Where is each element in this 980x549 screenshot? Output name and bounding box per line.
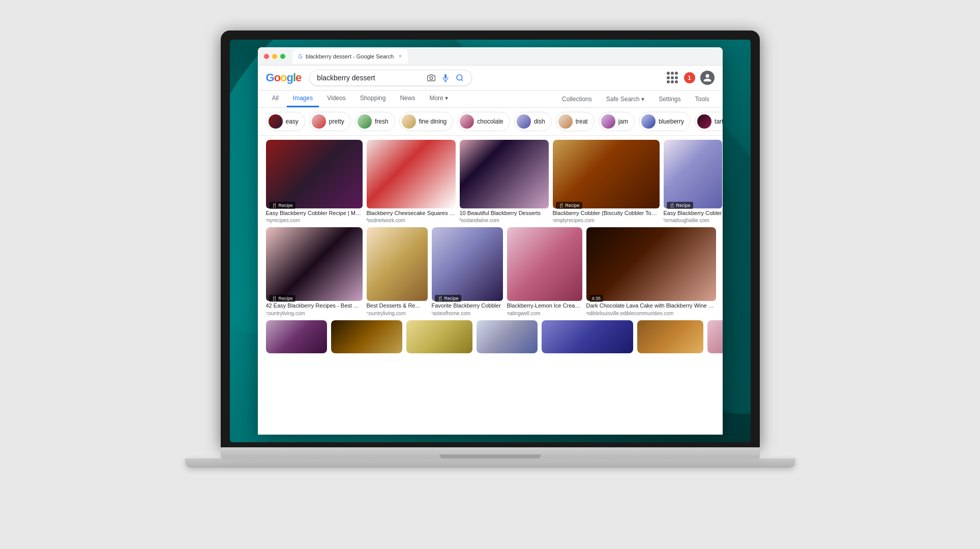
image-card-bottom-1[interactable] [266, 320, 327, 353]
settings-button[interactable]: Settings [654, 93, 686, 106]
image-card-bottom-6[interactable] [637, 320, 703, 353]
card-title: 10 Beautiful Blackberry Desserts [460, 208, 549, 218]
card-title: Easy Blackberry Cobbler Recipe | MyRecip… [266, 208, 363, 218]
chip-image-blueberry [641, 114, 656, 129]
image-card-biscuity[interactable]: 🍴Recipe Blackberry Cobbler (Biscuity Cob… [553, 140, 660, 223]
card-source: simplyrecipes.com [553, 218, 660, 223]
laptop-bottom [185, 459, 795, 468]
card-source: tornadoughallie.com [664, 218, 722, 223]
chip-image-treat [558, 114, 573, 129]
chip-image-easy [269, 114, 283, 129]
close-button[interactable] [264, 54, 269, 59]
recipe-badge: 🍴Recipe [269, 202, 295, 209]
card-title: Blackberry Cheesecake Squares Recipe [367, 208, 456, 218]
google-logo: Google [266, 71, 302, 84]
image-card-bottom-4[interactable] [477, 320, 538, 353]
laptop-base [221, 447, 760, 459]
recipe-badge: 🍴Recipe [667, 202, 693, 209]
search-input[interactable]: blackberry dessert [317, 74, 422, 82]
tab-all[interactable]: All [266, 90, 285, 107]
tab-more[interactable]: More ▾ [423, 90, 454, 107]
card-title: 42 Easy Blackberry Recipes - Best Desser… [266, 301, 363, 310]
camera-icon[interactable] [427, 73, 436, 82]
chip-label-easy: easy [286, 118, 299, 125]
filter-chip-jam[interactable]: jam [599, 112, 635, 131]
chip-label-jam: jam [618, 118, 628, 125]
image-card-bottom-5[interactable] [542, 320, 633, 353]
filter-chip-pretty[interactable]: pretty [309, 112, 351, 131]
svg-point-3 [457, 75, 462, 80]
image-card-cobler[interactable]: 🍴Recipe Easy Blackberry Cobler tornadoug… [664, 140, 722, 223]
tab-close-icon[interactable]: × [399, 53, 402, 59]
nav-tabs-bar: All Images Videos Shopping News More ▾ C… [258, 90, 723, 108]
filter-chip-easy[interactable]: easy [266, 112, 305, 131]
card-source: myrecipes.com [266, 218, 363, 223]
filter-chip-fresh[interactable]: fresh [355, 112, 395, 131]
image-row-1: 🍴Recipe Easy Blackberry Cobbler Recipe |… [266, 140, 715, 223]
chip-image-pretty [312, 114, 326, 129]
tab-shopping[interactable]: Shopping [354, 90, 392, 107]
recipe-badge: 🍴Recipe [435, 295, 461, 302]
image-card-bottom-7[interactable] [707, 320, 723, 353]
tools-button[interactable]: Tools [690, 93, 714, 106]
recipe-badge: 🍴Recipe [269, 295, 295, 302]
card-source: countryliving.com [367, 311, 428, 316]
filter-chip-treat[interactable]: treat [556, 112, 595, 131]
card-title: Blackberry Cobbler (Biscuity Cobbler Top… [553, 208, 660, 218]
tab-news[interactable]: News [394, 90, 421, 107]
chip-label-chocolate: chocolate [477, 118, 503, 125]
image-card-favorite-cobbler[interactable]: 🍴Recipe Favorite Blackberry Cobbler tast… [432, 227, 503, 316]
chip-label-tart: tart [715, 118, 722, 125]
image-card-bottom-3[interactable] [406, 320, 472, 353]
safe-search-button[interactable]: Safe Search ▾ [601, 93, 649, 106]
browser-tab[interactable]: G blackberry dessert - Google Search × [292, 49, 408, 64]
filter-chip-chocolate[interactable]: chocolate [457, 112, 510, 131]
filter-chips-row: easy pretty fresh fine dining [258, 108, 723, 136]
search-bar[interactable]: blackberry dessert [309, 70, 472, 86]
image-card-bottom-2[interactable] [331, 320, 402, 353]
laptop-screen: G blackberry dessert - Google Search × G… [230, 40, 751, 442]
google-page: Google blackberry dessert [258, 66, 723, 435]
search-icon[interactable] [455, 73, 464, 82]
microphone-icon[interactable] [441, 73, 450, 82]
filter-chip-blueberry[interactable]: blueberry [639, 112, 691, 131]
image-card-beautiful[interactable]: 10 Beautiful Blackberry Desserts foodand… [460, 140, 549, 223]
browser-window: G blackberry dessert - Google Search × G… [258, 47, 723, 435]
image-card-cobbler[interactable]: 🍴Recipe Easy Blackberry Cobbler Recipe |… [266, 140, 363, 223]
tab-favicon: G [299, 53, 303, 59]
svg-line-4 [461, 79, 463, 81]
tab-videos[interactable]: Videos [321, 90, 351, 107]
collections-button[interactable]: Collections [557, 93, 597, 106]
filter-chip-dish[interactable]: dish [514, 112, 552, 131]
card-source: foodandwine.com [460, 218, 549, 223]
chip-image-fresh [358, 114, 372, 129]
chip-image-dish [517, 114, 531, 129]
chip-label-fresh: fresh [375, 118, 389, 125]
card-source: ediblelouisville.ediblecommunities.com [586, 311, 716, 316]
image-results-grid: 🍴Recipe Easy Blackberry Cobbler Recipe |… [258, 136, 723, 434]
chip-image-tart [697, 114, 711, 129]
google-topbar: Google blackberry dessert [258, 66, 723, 90]
maximize-button[interactable] [280, 54, 285, 59]
minimize-button[interactable] [272, 54, 277, 59]
video-duration-badge: 4:35 [589, 295, 604, 302]
card-title: Blackberry-Lemon Ice Cream Pie [507, 301, 582, 310]
chip-label-blueberry: blueberry [659, 118, 684, 125]
image-card-cheesecake[interactable]: Blackberry Cheesecake Squares Recipe foo… [367, 140, 456, 223]
laptop: G blackberry dessert - Google Search × G… [211, 30, 770, 518]
notification-badge[interactable]: 1 [684, 72, 695, 83]
card-source: foodnetwork.com [367, 218, 456, 223]
recipe-badge: 🍴Recipe [556, 202, 582, 209]
chip-label-pretty: pretty [329, 118, 344, 125]
user-avatar[interactable] [700, 71, 715, 85]
apps-icon[interactable] [667, 72, 679, 84]
tab-images[interactable]: Images [287, 90, 319, 107]
image-card-42easy[interactable]: 🍴Recipe 42 Easy Blackberry Recipes - Bes… [266, 227, 363, 316]
filter-chip-fine-dining[interactable]: fine dining [399, 112, 454, 131]
image-card-lava-cake[interactable]: 4:35 Dark Chocolate Lava Cake with Black… [586, 227, 716, 316]
filter-chip-tart[interactable]: tart [695, 112, 722, 131]
image-row-3 [266, 320, 715, 353]
card-title: Easy Blackberry Cobler [664, 208, 722, 218]
image-card-best-desserts[interactable]: Best Desserts & Re... countryliving.com [367, 227, 428, 316]
image-card-ice-cream-pie[interactable]: Blackberry-Lemon Ice Cream Pie eatingwel… [507, 227, 582, 316]
